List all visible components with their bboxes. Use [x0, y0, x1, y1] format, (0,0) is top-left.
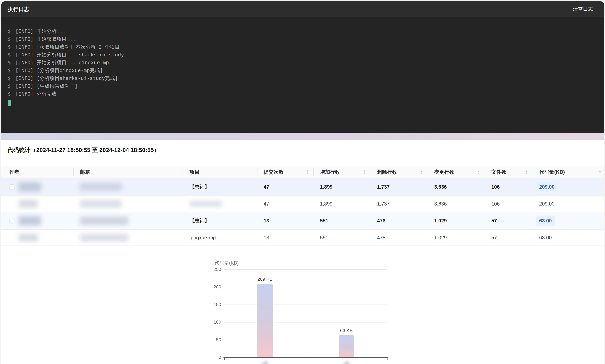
cell-files-value: 57 [491, 235, 497, 241]
cell-email [74, 217, 183, 225]
terminal-log-line: $[INFO] 分析完成! [8, 90, 604, 98]
cell-deleted-lines: 478 [371, 235, 428, 241]
cell-project: qingxue-mp [183, 235, 257, 241]
cell-code-size: 63.00 [533, 216, 604, 226]
column-header-9[interactable]: 代码量(KB)▲▼ [533, 166, 604, 178]
column-header-label: 作者 [9, 169, 19, 176]
table-row-summary: −【总计】471,8991,7373,636106209.00 [1, 178, 604, 196]
cell-commits-value: 47 [264, 184, 269, 190]
terminal-prompt: $ [8, 91, 11, 97]
terminal-prompt: $ [8, 83, 11, 89]
caret-down-icon: ▼ [420, 172, 423, 174]
cell-project [183, 201, 257, 207]
terminal-cursor [8, 100, 11, 106]
cell-changed-lines: 1,029 [428, 235, 485, 241]
cell-files: 57 [485, 235, 533, 241]
cell-files-value: 106 [491, 201, 500, 207]
caret-down-icon: ▼ [306, 172, 309, 174]
chart-grid-line [224, 340, 387, 340]
terminal-log-line: $[INFO] 开始分析项目... sharks-ui-study [8, 51, 604, 59]
cell-deleted-lines: 478 [371, 218, 428, 224]
chart-bar-value-label: 209 KB [253, 276, 277, 282]
chart-tick-label: 0 [206, 355, 221, 360]
column-header-label: 变更行数 [434, 169, 454, 176]
chart-x-category-label-redacted [334, 361, 350, 364]
column-header-7[interactable]: 变更行数▲▼ [428, 166, 485, 178]
column-header-label: 代码量(KB) [539, 169, 565, 176]
cell-files: 106 [485, 201, 533, 207]
cell-changed-lines-value: 1,029 [434, 235, 447, 241]
table-body: −【总计】471,8991,7373,636106209.00471,8991,… [1, 178, 604, 246]
cell-added-lines-value: 1,899 [320, 184, 333, 190]
column-header-5[interactable]: 增加行数▲▼ [314, 166, 371, 178]
column-header-label: 文件数 [491, 169, 506, 176]
terminal-prompt: $ [8, 67, 11, 73]
column-header-3: 项目 [183, 166, 257, 178]
terminal-log-line: $[INFO] 开始分析... [8, 27, 604, 35]
cell-files: 106 [485, 184, 533, 190]
cell-commits: 13 [257, 235, 314, 241]
redacted-email [80, 217, 128, 225]
terminal-title: 执行日志 [8, 6, 29, 13]
cell-author [1, 234, 74, 242]
column-header-2: 邮箱 [74, 166, 183, 178]
redacted-author [19, 200, 38, 208]
chart-x-axis-tick [306, 358, 306, 360]
cell-email [74, 200, 183, 208]
collapse-row-button[interactable]: − [9, 184, 14, 189]
cell-commits: 47 [257, 184, 314, 190]
cell-deleted-lines-value: 1,737 [377, 201, 390, 207]
code-size-value: 63.00 [539, 235, 552, 241]
redacted-email [80, 200, 122, 208]
stats-table: 作者邮箱项目提交次数▲▼增加行数▲▼删除行数▲▼变更行数▲▼文件数▲▼代码量(K… [1, 166, 604, 246]
code-size-value: 209.00 [539, 201, 554, 207]
cell-added-lines-value: 1,899 [320, 201, 333, 207]
sort-toggle[interactable]: ▲▼ [363, 170, 366, 174]
cell-added-lines-value: 551 [320, 235, 328, 241]
cell-changed-lines-value: 1,029 [434, 218, 447, 224]
cell-author: − [1, 182, 74, 192]
terminal-prompt: $ [8, 60, 11, 65]
code-size-bar-chart: 代码量(KB)050100150200250209 KB63 KB [1, 260, 604, 364]
sort-toggle[interactable]: ▲▼ [477, 170, 480, 174]
chart-bar-value-label: 63 KB [334, 328, 359, 333]
sort-toggle[interactable]: ▲▼ [525, 170, 528, 174]
cell-deleted-lines-value: 478 [377, 218, 385, 224]
terminal-prompt: $ [8, 52, 11, 58]
sort-toggle[interactable]: ▲▼ [306, 170, 309, 174]
column-header-4[interactable]: 提交次数▲▼ [257, 166, 314, 178]
terminal-log-text: [INFO] [分析项目qingxue-mp完成] [15, 67, 103, 73]
cell-author [1, 200, 74, 208]
code-size-value: 63.00 [536, 216, 555, 226]
app-root: 执行日志 清空日志 $[INFO] 开始分析...$[INFO] 开始获取项目.… [0, 0, 605, 364]
terminal-prompt: $ [8, 75, 11, 81]
chart-grid-line [224, 269, 387, 270]
stats-section-title: 代码统计（2024-11-27 18:50:55 至 2024-12-04 18… [1, 140, 604, 154]
table-row-summary: −【总计】135514781,0295763.00 [1, 212, 604, 230]
gradient-divider [1, 133, 604, 140]
cell-deleted-lines: 1,737 [371, 184, 428, 190]
terminal-log-area[interactable]: $[INFO] 开始分析...$[INFO] 开始获取项目...$[INFO] … [1, 17, 604, 133]
column-header-6[interactable]: 删除行数▲▼ [371, 166, 428, 178]
chart-bar [339, 335, 354, 357]
cell-commits: 13 [257, 218, 314, 224]
terminal-prompt: $ [8, 36, 11, 42]
cell-changed-lines: 3,636 [428, 184, 485, 190]
cell-project: 【总计】 [183, 183, 257, 190]
terminal-log-text: [INFO] 开始获取项目... [15, 36, 76, 42]
stats-section: 代码统计（2024-11-27 18:50:55 至 2024-12-04 18… [1, 140, 604, 364]
caret-down-icon: ▼ [525, 172, 528, 174]
terminal-log-text: [INFO] 开始分析... [15, 28, 66, 34]
sort-toggle[interactable]: ▲▼ [599, 170, 601, 174]
cell-code-size: 209.00 [533, 182, 604, 192]
cell-code-size: 209.00 [533, 201, 604, 207]
cell-commits: 47 [257, 201, 314, 207]
column-header-8[interactable]: 文件数▲▼ [485, 166, 533, 178]
sort-toggle[interactable]: ▲▼ [420, 170, 423, 174]
cell-added-lines: 1,899 [314, 201, 371, 207]
collapse-row-button[interactable]: − [9, 218, 14, 223]
clear-log-button[interactable]: 清空日志 [570, 6, 595, 13]
redacted-project [190, 201, 222, 207]
cell-deleted-lines-value: 1,737 [377, 184, 390, 190]
chart-bar [257, 284, 273, 357]
